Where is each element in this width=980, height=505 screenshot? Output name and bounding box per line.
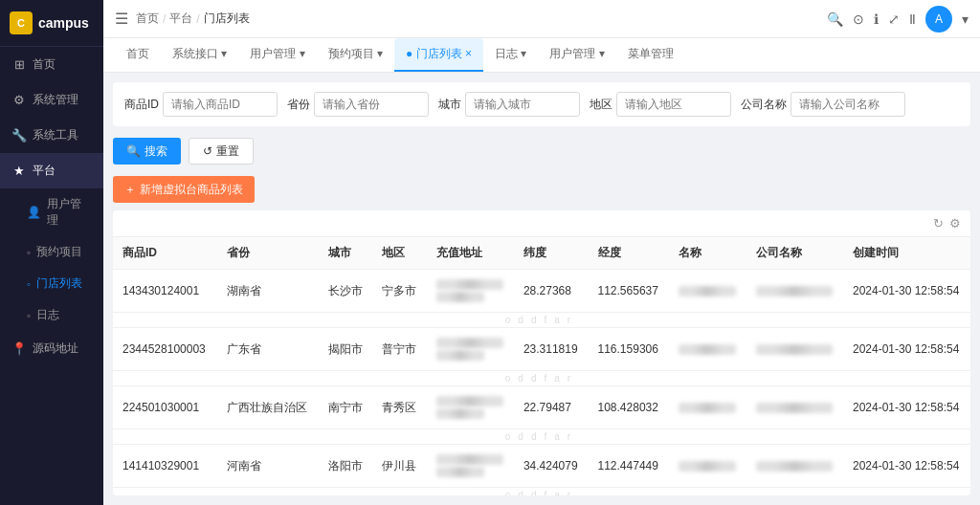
breadcrumb-platform[interactable]: 平台 — [169, 11, 192, 27]
sidebar-item-label: 平台 — [33, 163, 56, 179]
filter-row: 商品ID 省份 城市 地区 公司名称 — [113, 82, 970, 126]
goods-id-input[interactable] — [163, 92, 278, 117]
search-icon[interactable]: 🔍 — [827, 11, 843, 27]
col-address: 充值地址 — [427, 237, 514, 270]
cell-city: 洛阳市 — [319, 445, 373, 488]
breadcrumb: 首页 / 平台 / 门店列表 — [136, 11, 250, 27]
header-right: 🔍 ⊙ ℹ ⤢ Ⅱ A ▾ — [827, 6, 969, 33]
github-icon[interactable]: ⊙ — [853, 11, 864, 27]
avatar[interactable]: A — [925, 6, 952, 33]
cell-area: 宁多市 — [372, 270, 427, 313]
filter-goods-id: 商品ID — [124, 92, 278, 117]
user-icon: 👤 — [27, 206, 41, 219]
refresh-icon[interactable]: ↻ — [933, 216, 944, 231]
col-goods-id: 商品ID — [113, 237, 217, 270]
table-wrapper: ↻ ⚙ 商品ID 省份 城市 地区 充值地址 纬度 经度 名称 公司名称 创 — [113, 210, 970, 495]
cell-lat: 23.311819 — [514, 328, 589, 371]
sidebar-item-label: 首页 — [33, 56, 56, 73]
logo-area: C campus — [0, 0, 103, 47]
sidebar-item-booking[interactable]: ◦ 预约项目 — [0, 236, 103, 268]
cell-address — [427, 386, 514, 429]
header: ☰ 首页 / 平台 / 门店列表 🔍 ⊙ ℹ ⤢ Ⅱ A ▾ — [103, 0, 980, 38]
menu-toggle-icon[interactable]: ☰ — [115, 10, 128, 28]
city-input[interactable] — [465, 92, 580, 117]
table-row: 2344528100003广东省揭阳市普宁市23.311819116.15930… — [113, 328, 970, 371]
tab-user-mgmt2[interactable]: 用户管理 ▾ — [538, 38, 615, 72]
expand-icon[interactable]: ⤢ — [888, 11, 900, 27]
sidebar-item-system-mgmt[interactable]: ⚙ 系统管理 — [0, 82, 103, 118]
area-label: 地区 — [590, 97, 612, 113]
cell-company — [746, 328, 843, 371]
col-area: 地区 — [372, 237, 427, 270]
info-icon[interactable]: ℹ — [874, 11, 879, 27]
col-province: 省份 — [217, 237, 318, 270]
tab-home[interactable]: 首页 — [115, 38, 161, 72]
cell-lat: 28.27368 — [514, 270, 589, 313]
tab-menu-mgmt[interactable]: 菜单管理 — [616, 38, 685, 72]
table-header-row: 商品ID 省份 城市 地区 充值地址 纬度 经度 名称 公司名称 创建时间 — [113, 237, 970, 270]
tab-store-list[interactable]: ● 门店列表 × — [394, 38, 483, 72]
add-icon: ＋ — [124, 182, 136, 198]
cell-area: 伊川县 — [372, 445, 427, 488]
cell-created: 2024-01-30 12:58:54 — [843, 328, 970, 371]
cell-name — [669, 328, 746, 371]
cell-city: 揭阳市 — [319, 328, 373, 371]
location-icon: 📍 — [11, 341, 27, 356]
cell-province: 湖南省 — [217, 270, 318, 313]
tab-system-interface[interactable]: 系统接口 ▾ — [161, 38, 238, 72]
sidebar-nav: ⊞ 首页 ⚙ 系统管理 🔧 系统工具 ★ 平台 👤 用户管理 ◦ 预约项目 ◦ — [0, 47, 103, 505]
sidebar-item-label: 源码地址 — [33, 340, 78, 357]
dropdown-icon[interactable]: ▾ — [962, 11, 969, 27]
table-row: 224501030001广西壮族自治区南宁市青秀区22.79487108.428… — [113, 386, 970, 429]
breadcrumb-sep1: / — [163, 12, 166, 26]
logo-icon: C — [10, 11, 33, 34]
tab-log[interactable]: 日志 ▾ — [483, 38, 538, 72]
reset-button[interactable]: ↺ 重置 — [189, 138, 254, 165]
area-input[interactable] — [616, 92, 731, 117]
page-content: 商品ID 省份 城市 地区 公司名称 🔍 — [103, 73, 980, 505]
cell-company — [746, 270, 843, 313]
sidebar-sub-label: 用户管理 — [47, 196, 92, 229]
tab-user-mgmt[interactable]: 用户管理 ▾ — [238, 38, 316, 72]
add-button[interactable]: ＋ 新增虚拟台商品列表 — [113, 176, 255, 203]
cell-company — [746, 445, 843, 488]
sidebar-item-log[interactable]: ◦ 日志 — [0, 299, 103, 331]
booking-icon: ◦ — [27, 246, 31, 259]
company-input[interactable] — [791, 92, 905, 117]
cell-name — [669, 445, 746, 488]
col-created: 创建时间 — [843, 237, 970, 270]
city-label: 城市 — [438, 97, 461, 113]
search-button[interactable]: 🔍 搜索 — [113, 138, 181, 165]
breadcrumb-sep2: / — [196, 12, 199, 26]
tools-icon: 🔧 — [11, 128, 27, 143]
data-table: 商品ID 省份 城市 地区 充值地址 纬度 经度 名称 公司名称 创建时间 14… — [113, 237, 970, 495]
cell-lng: 116.159306 — [589, 328, 669, 371]
tab-booking[interactable]: 预约项目 ▾ — [317, 38, 394, 72]
breadcrumb-home[interactable]: 首页 — [136, 11, 159, 27]
sidebar-item-platform[interactable]: ★ 平台 — [0, 153, 103, 188]
sidebar-sub-label: 预约项目 — [36, 244, 82, 260]
breadcrumb-current: 门店列表 — [204, 11, 250, 27]
cell-area: 普宁市 — [372, 328, 427, 371]
col-lat: 纬度 — [514, 237, 589, 270]
main-content: ☰ 首页 / 平台 / 门店列表 🔍 ⊙ ℹ ⤢ Ⅱ A ▾ 首页 系统接口 ▾… — [103, 0, 980, 505]
sidebar-item-user-mgmt[interactable]: 👤 用户管理 — [0, 188, 103, 236]
sidebar-item-store-list[interactable]: ◦ 门店列表 — [0, 268, 103, 299]
cell-lng: 112.565637 — [589, 270, 669, 313]
sidebar-item-home[interactable]: ⊞ 首页 — [0, 47, 103, 82]
reset-btn-label: 重置 — [216, 143, 239, 160]
sidebar-item-system-tools[interactable]: 🔧 系统工具 — [0, 118, 103, 153]
cell-address — [427, 445, 514, 488]
cell-created: 2024-01-30 12:58:54 — [843, 270, 970, 313]
cell-address — [427, 328, 514, 371]
settings-icon[interactable]: Ⅱ — [909, 11, 916, 27]
filter-city: 城市 — [438, 92, 580, 117]
cell-lat: 34.424079 — [514, 445, 589, 488]
column-settings-icon[interactable]: ⚙ — [949, 216, 961, 231]
cell-province: 河南省 — [217, 445, 318, 488]
province-input[interactable] — [314, 92, 429, 117]
sidebar-item-source-addr[interactable]: 📍 源码地址 — [0, 331, 103, 366]
province-label: 省份 — [287, 97, 310, 113]
watermark-row: oddfar — [113, 488, 970, 496]
filter-company: 公司名称 — [741, 92, 905, 117]
